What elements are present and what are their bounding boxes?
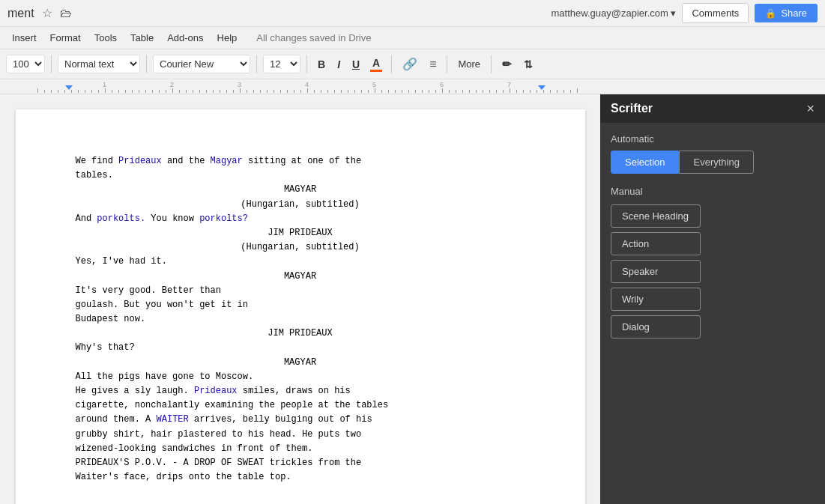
italic-button[interactable]: I — [333, 56, 345, 73]
document-page: We find Prideaux and the Magyar sitting … — [16, 109, 585, 504]
auto-buttons: Selection Everything — [611, 151, 815, 174]
menu-bar: Insert Format Tools Table Add-ons Help A… — [0, 27, 825, 49]
scrifter-panel: Scrifter × Automatic Selection Everythin… — [600, 94, 825, 504]
menu-addons[interactable]: Add-ons — [161, 30, 209, 46]
link-button[interactable]: 🔗 — [398, 55, 422, 73]
pen-button[interactable]: ✏ — [498, 55, 516, 73]
color-bar — [370, 70, 382, 72]
automatic-label: Automatic — [611, 133, 815, 145]
toolbar-separator-4 — [306, 55, 307, 73]
bold-button[interactable]: B — [313, 56, 330, 73]
toolbar: 100% Normal text Courier New 12 B I U A … — [0, 49, 825, 79]
scrifter-header: Scrifter × — [600, 94, 825, 123]
menu-insert[interactable]: Insert — [6, 30, 43, 46]
manual-buttons: Scene Heading Action Speaker Wrily Dialo… — [611, 204, 815, 338]
folder-icon[interactable]: 🗁 — [60, 7, 72, 20]
font-size-select[interactable]: 12 — [263, 55, 300, 73]
arrows-button[interactable]: ⇅ — [519, 56, 537, 73]
toolbar-separator-3 — [256, 55, 257, 73]
user-email: matthew.guay@zapier.com ▾ — [551, 7, 677, 19]
toolbar-separator-1 — [51, 55, 52, 73]
top-bar-left: ment ☆ 🗁 — [7, 6, 72, 20]
scene-heading-button[interactable]: Scene Heading — [611, 204, 701, 228]
manual-section: Manual Scene Heading Action Speaker Wril… — [611, 186, 815, 338]
font-select[interactable]: Courier New — [153, 55, 250, 73]
underline-button[interactable]: U — [348, 56, 364, 73]
wrily-button[interactable]: Wrily — [611, 288, 701, 311]
autosave-message: All changes saved in Drive — [256, 32, 371, 43]
comments-button[interactable]: Comments — [682, 3, 749, 23]
more-button[interactable]: More — [453, 56, 485, 72]
ruler-canvas — [0, 79, 599, 94]
top-bar-right: matthew.guay@zapier.com ▾ Comments 🔒 Sha… — [551, 3, 818, 23]
toolbar-separator-2 — [146, 55, 147, 73]
document-content[interactable]: We find Prideaux and the Magyar sitting … — [76, 154, 525, 485]
selection-button[interactable]: Selection — [611, 151, 679, 174]
menu-tools[interactable]: Tools — [88, 30, 123, 46]
ruler — [0, 79, 825, 94]
everything-button[interactable]: Everything — [679, 151, 753, 174]
scrifter-title: Scrifter — [611, 102, 653, 115]
zoom-select[interactable]: 100% — [6, 55, 45, 73]
manual-label: Manual — [611, 186, 815, 197]
menu-table[interactable]: Table — [124, 30, 160, 46]
menu-format[interactable]: Format — [44, 30, 87, 46]
speaker-button[interactable]: Speaker — [611, 260, 701, 283]
main-area: We find Prideaux and the Magyar sitting … — [0, 94, 825, 504]
doc-title[interactable]: ment — [7, 7, 34, 20]
style-select[interactable]: Normal text — [58, 55, 140, 73]
lock-icon: 🔒 — [765, 8, 776, 19]
toolbar-separator-6 — [447, 55, 447, 73]
scrifter-body: Automatic Selection Everything Manual Sc… — [600, 123, 825, 349]
format-clear-button[interactable]: ≡ — [425, 55, 441, 73]
star-icon[interactable]: ☆ — [42, 6, 52, 20]
menu-help[interactable]: Help — [211, 30, 244, 46]
toolbar-separator-5 — [391, 55, 392, 73]
toolbar-separator-7 — [491, 55, 492, 73]
scrifter-close-button[interactable]: × — [806, 102, 815, 115]
share-button[interactable]: 🔒 Share — [755, 4, 818, 22]
action-button[interactable]: Action — [611, 232, 701, 255]
top-bar: ment ☆ 🗁 matthew.guay@zapier.com ▾ Comme… — [0, 0, 825, 27]
font-color-button[interactable]: A — [367, 55, 385, 73]
document-area[interactable]: We find Prideaux and the Magyar sitting … — [0, 94, 600, 504]
dialog-button[interactable]: Dialog — [611, 315, 701, 338]
